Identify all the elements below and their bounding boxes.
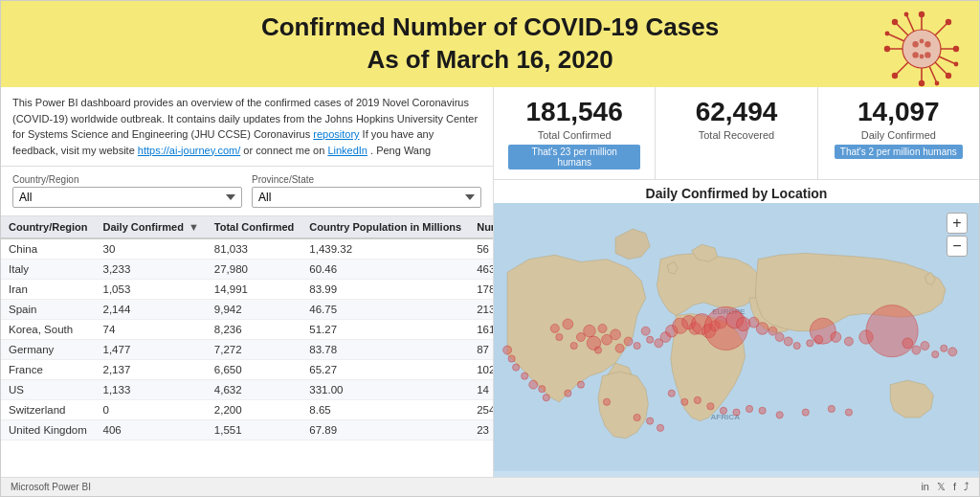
country-filter-select[interactable]: All [12,187,242,208]
table-cell: 81,033 [207,238,302,260]
map-bubble [768,327,777,335]
table-cell: 67.89 [301,420,469,441]
map-bubble [634,342,640,349]
daily-confirmed-sub: That's 2 per million humans [835,145,963,159]
table-cell: 0 [96,400,207,420]
map-bubble [503,346,512,354]
col-daily-confirmed[interactable]: Daily Confirmed ▼ [96,216,207,238]
page-title: Confirmed Number of COVID-19 Cases As of… [20,11,960,77]
map-bubble [570,342,577,349]
table-cell: 161 [469,320,493,340]
map-bubble [634,414,640,420]
svg-point-30 [920,55,924,59]
table-cell: Korea, South [1,320,96,340]
footer-social: in 𝕏 f ⤴ [921,481,969,493]
map-bubble [624,337,633,346]
table-cell: 463 [469,260,493,280]
table-cell: Italy [1,260,96,280]
description-text4: . Peng Wang [370,145,431,156]
province-filter-select[interactable]: All [252,187,481,208]
total-recovered-label: Total Recovered [670,129,802,141]
description-box: This Power BI dashboard provides an over… [1,87,493,167]
table-row: Spain2,1449,94246.75213 [1,300,493,320]
facebook-social-icon[interactable]: f [953,481,956,493]
table-cell: 4,632 [207,380,302,400]
table-cell: 7,272 [207,340,302,360]
map-bubble [828,405,835,412]
svg-point-15 [953,46,959,52]
map-bubble [831,332,841,343]
map-bubble [694,396,701,403]
table-cell: 331.00 [301,380,469,400]
map-bubble [746,405,752,412]
header: Confirmed Number of COVID-19 Cases As of… [1,1,979,87]
col-per-million[interactable]: Number of Confirmed per Million People [469,216,493,238]
table-cell: 8.65 [301,400,469,420]
table-cell: US [1,380,96,400]
table-cell: 14 [469,380,493,400]
col-total-confirmed[interactable]: Total Confirmed [207,216,302,238]
svg-point-27 [912,52,918,57]
map-bubble [807,340,813,347]
data-table: Country/Region Daily Confirmed ▼ Total C… [1,216,493,441]
province-filter-group: Province/State All [252,174,481,208]
svg-point-12 [919,11,924,17]
data-table-wrapper: Country/Region Daily Confirmed ▼ Total C… [1,216,493,477]
col-country[interactable]: Country/Region [1,216,96,238]
table-cell: 8,236 [207,320,302,340]
virus-icon [883,11,960,87]
table-cell: Iran [1,280,96,300]
table-row: Korea, South748,23651.27161 [1,320,493,340]
left-panel: This Power BI dashboard provides an over… [1,87,494,477]
map-title: Daily Confirmed by Location [494,180,979,203]
share-icon[interactable]: ⤴ [964,481,969,493]
map-bubble [902,338,913,349]
map-bubble [912,346,921,354]
svg-point-26 [924,41,930,47]
country-filter-group: Country/Region All [12,174,242,208]
description-text3: or connect me on [243,145,327,156]
zoom-out-button[interactable]: − [947,236,968,257]
map-bubble [577,381,584,388]
table-row: Switzerland02,2008.65254 [1,400,493,420]
table-cell: 406 [96,420,207,441]
table-row: France2,1376,65065.27102 [1,360,493,380]
map-bubble [603,398,610,405]
map-bubble [556,333,563,340]
map-bubble [707,403,714,410]
zoom-in-button[interactable]: + [947,213,968,234]
main-content: This Power BI dashboard provides an over… [1,87,979,477]
table-cell: 23 [469,420,493,441]
stat-daily-confirmed: 14,097 Daily Confirmed That's 2 per mill… [818,87,979,179]
table-cell: 1,477 [96,340,207,360]
map-bubble [845,409,852,416]
svg-point-17 [946,73,951,79]
total-confirmed-value: 181,546 [508,97,640,127]
linkedin-social-icon[interactable]: in [921,481,929,493]
table-cell: 51.27 [301,320,469,340]
website-link[interactable]: https://ai-journey.com/ [138,145,240,156]
map-zoom-controls: + − [947,213,968,257]
table-row: Iran1,05314,99183.99178 [1,280,493,300]
linkedin-link[interactable]: LinkedIn [327,145,368,156]
col-population[interactable]: Country Population in Millions [301,216,469,238]
twitter-social-icon[interactable]: 𝕏 [937,481,946,493]
map-bubble [647,336,654,343]
map-bubble [921,342,929,350]
map-bubble [513,364,520,371]
footer: Microsoft Power BI in 𝕏 f ⤴ [1,477,979,496]
table-body: China3081,0331,439.3256Italy3,23327,9806… [1,238,493,441]
repository-link[interactable]: repository [313,128,359,140]
map-bubble [681,398,688,405]
table-cell: 178 [469,280,493,300]
table-cell: Spain [1,300,96,320]
table-cell: 2,137 [96,360,207,380]
table-cell: Switzerland [1,400,96,420]
svg-point-24 [902,30,941,68]
filters-row: Country/Region All Province/State All [1,167,493,216]
right-panel: 181,546 Total Confirmed That's 23 per mi… [494,87,979,477]
table-cell: 56 [469,238,493,260]
stat-total-recovered: 62,494 Total Recovered [656,87,817,179]
world-map-svg: Atlantic Ocean NORTH AMERICA EUROPE AFRI… [494,203,979,471]
footer-brand: Microsoft Power BI [11,482,91,492]
